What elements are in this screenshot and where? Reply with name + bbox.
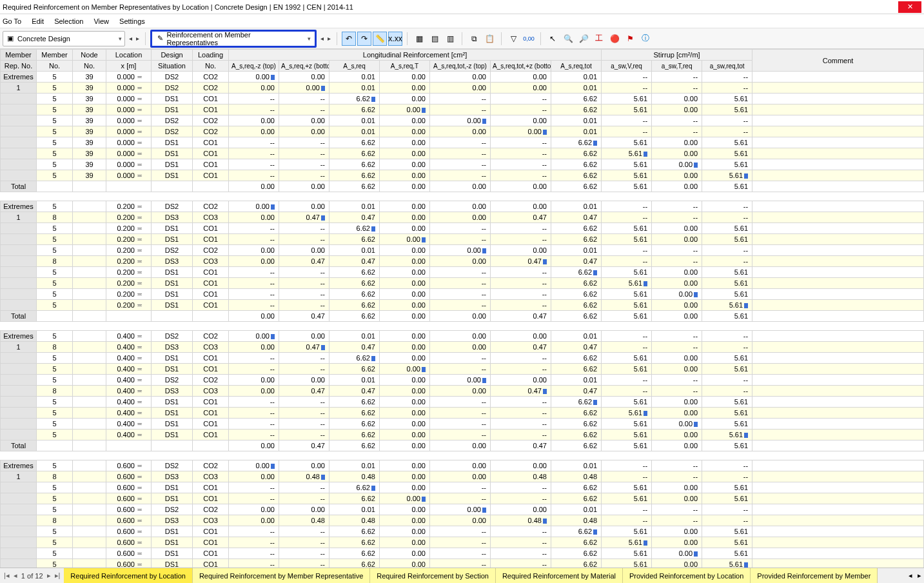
table-row: 50.200 ≖DS1CO1----6.620.00----6.625.610.… [1,223,924,234]
chevron-down-icon: ▾ [119,35,122,42]
rebar-icon: ✎ [156,34,164,43]
table-row: 15390.000 ≖DS2CO20.000.000.010.000.000.0… [1,83,924,94]
first-page-button[interactable]: |◂ [4,571,10,580]
table-row: 50.400 ≖DS1CO1----6.620.00----6.625.610.… [1,397,924,408]
paste-icon[interactable]: 📋 [482,32,496,46]
table-row: 180.400 ≖DS3CO30.000.470.470.000.000.470… [1,342,924,353]
last-page-button[interactable]: ▸| [55,571,61,580]
tab-prov-by-location[interactable]: Provided Reinforcement by Location [623,568,751,583]
separator [501,32,502,45]
table-row: 50.400 ≖DS1CO1----6.620.00----6.625.610.… [1,353,924,364]
copy-icon[interactable]: ⧉ [467,32,481,46]
tab-req-by-location[interactable]: Required Reinforcement by Location [64,568,193,583]
close-button[interactable]: ✕ [898,1,921,13]
scroll-left-button[interactable]: ◂ [906,571,915,580]
separator [145,32,146,45]
tab-req-by-member-rep[interactable]: Required Reinforcement by Member Represe… [193,568,370,583]
table-row: 50.600 ≖DS1CO1----6.620.00----6.625.610.… [1,526,924,537]
menu-bar: Go To Edit Selection View Settings [0,14,924,28]
table-row: 50.200 ≖DS1CO1----6.620.00----6.625.610.… [1,278,924,289]
table-row: 50.400 ≖DS1CO1----6.620.00----6.625.610.… [1,364,924,375]
cube-icon: ▣ [6,34,15,43]
colors-icon[interactable]: 🔴 [607,32,622,46]
table-row: 50.600 ≖DS1CO1----6.620.00----6.625.610.… [1,493,924,504]
filter-icon[interactable]: ▽ [506,32,520,46]
table-row: 50.200 ≖DS1CO1----6.620.00----6.625.610.… [1,234,924,245]
result-grid[interactable]: Member Member Node Location Design Loadi… [0,49,924,568]
table-row: 80.200 ≖DS3CO30.000.470.470.000.000.470.… [1,256,924,267]
next-result-button[interactable]: ▸ [326,35,332,42]
total-row: Total0.000.476.620.000.000.476.625.610.0… [1,311,924,322]
table-row: 50.600 ≖DS1CO1----6.620.00----6.625.610.… [1,548,924,559]
chevron-down-icon: ▾ [308,35,311,42]
tab-prov-by-member[interactable]: Provided Reinforcement by Member [751,568,878,583]
menu-selection[interactable]: Selection [54,17,83,25]
result-nav: ◂ ▸ [319,35,332,42]
table-row: 180.200 ≖DS3CO30.000.470.470.000.000.470… [1,212,924,223]
prev-result-button[interactable]: ◂ [319,35,325,42]
info-icon[interactable]: ⓘ [638,32,653,46]
menu-edit[interactable]: Edit [32,17,44,25]
table-row: Extremes50.600 ≖DS2CO20.000.000.010.000.… [1,460,924,471]
menu-settings[interactable]: Settings [119,17,145,25]
table-row: 50.200 ≖DS1CO1----6.620.00----6.625.610.… [1,289,924,300]
tab-req-by-section[interactable]: Required Reinforcement by Section [370,568,496,583]
scroll-right-button[interactable]: ▸ [915,571,924,580]
i-beam-icon[interactable]: 工 [592,32,606,46]
page-indicator: 1 of 12 [21,572,43,580]
table-row: 50.600 ≖DS2CO20.000.000.010.000.000.000.… [1,504,924,515]
next-module-button[interactable]: ▸ [135,35,141,42]
menu-view[interactable]: View [93,17,109,25]
measure-icon[interactable]: 📏 [373,32,387,46]
zoom-extents-icon[interactable]: ↶ [342,32,356,46]
table-row: 5390.000 ≖DS1CO1----6.620.00----6.625.61… [1,137,924,148]
module-nav: ◂ ▸ [128,35,141,42]
table-row: 5390.000 ≖DS1CO1----6.620.00----6.625.61… [1,104,924,115]
result-dropdown[interactable]: ✎ Reinforcement on Member Representative… [150,30,317,48]
table-row: 50.600 ≖DS1CO1----6.620.00----6.625.610.… [1,537,924,548]
table-row: 50.600 ≖DS1CO1----6.620.00----6.625.610.… [1,559,924,568]
precision-icon[interactable]: x.xx [388,32,402,46]
table-row: Extremes50.200 ≖DS2CO20.000.000.010.000.… [1,201,924,212]
footer: |◂ ◂ 1 of 12 ▸ ▸| Required Reinforcement… [0,568,924,583]
window-title: Required Reinforcement on Member Represe… [3,3,898,11]
tab-req-by-material[interactable]: Required Reinforcement by Material [496,568,623,583]
separator [462,32,462,45]
table-row: 5390.000 ≖DS2CO20.000.000.010.000.000.00… [1,126,924,137]
flag-icon[interactable]: ⚑ [623,32,637,46]
total-row: Total0.000.006.620.000.000.006.625.610.0… [1,181,924,192]
total-row: Total0.000.476.620.000.000.476.625.610.0… [1,440,924,451]
pointer-icon[interactable]: ↖ [546,32,560,46]
table-row: 180.600 ≖DS3CO30.000.480.480.000.000.480… [1,471,924,482]
decimals-icon[interactable]: 0,00 [522,32,536,46]
result-tabs: Required Reinforcement by Location Requi… [64,568,906,583]
table-row: Extremes5390.000 ≖DS2CO20.000.000.010.00… [1,72,924,83]
toolbar: ▣ Concrete Design ▾ ◂ ▸ ✎ Reinforcement … [0,28,924,49]
table-row: Extremes50.400 ≖DS2CO20.000.000.010.000.… [1,331,924,342]
table-row: 5390.000 ≖DS2CO20.000.000.010.000.000.00… [1,115,924,126]
table-row: 50.600 ≖DS1CO1----6.620.00----6.625.610.… [1,482,924,493]
prev-page-button[interactable]: ◂ [14,571,17,580]
module-dropdown[interactable]: ▣ Concrete Design ▾ [3,31,125,46]
table-row: 50.200 ≖DS1CO1----6.620.00----6.625.610.… [1,267,924,278]
table-row: 80.600 ≖DS3CO30.000.480.480.000.000.480.… [1,515,924,526]
find-icon[interactable]: 🔎 [576,32,591,46]
title-bar: Required Reinforcement on Member Represe… [0,0,924,14]
table-row: 5390.000 ≖DS1CO1----6.620.00----6.625.61… [1,170,924,181]
separator [407,32,408,45]
separator [337,32,337,45]
menu-goto[interactable]: Go To [3,17,21,25]
grid2-icon[interactable]: ▤ [428,32,442,46]
pager: |◂ ◂ 1 of 12 ▸ ▸| [0,571,64,580]
table-row: 5390.000 ≖DS1CO1----6.620.00----6.625.61… [1,94,924,104]
table-row: 50.200 ≖DS1CO1----6.620.00----6.625.610.… [1,300,924,311]
prev-module-button[interactable]: ◂ [128,35,133,42]
search-icon[interactable]: 🔍 [561,32,575,46]
table-row: 50.400 ≖DS1CO1----6.620.00----6.625.610.… [1,408,924,419]
next-page-button[interactable]: ▸ [47,571,51,580]
grid1-icon[interactable]: ▦ [412,32,426,46]
zoom-previous-icon[interactable]: ↷ [357,32,371,46]
tool-group-grid: ▦ ▤ ▥ [412,32,457,46]
grid3-icon[interactable]: ▥ [443,32,457,46]
table-row: 50.400 ≖DS1CO1----6.620.00----6.625.610.… [1,419,924,430]
